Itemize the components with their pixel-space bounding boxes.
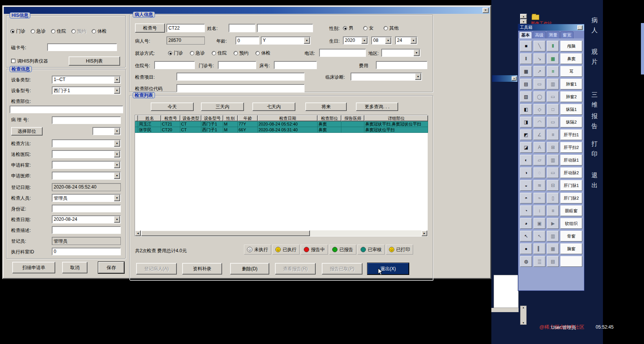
select-part-button[interactable]: 选择部位 (11, 127, 43, 136)
body-part-input[interactable] (10, 106, 123, 113)
column-header[interactable]: 检查日期 (258, 115, 318, 121)
id-card-input[interactable] (52, 205, 121, 212)
tool-icon-button[interactable]: ▥ (547, 79, 559, 89)
tool-icon-button[interactable]: ▭ (547, 117, 559, 127)
column-header[interactable]: 报告医师 (341, 115, 364, 121)
his-visit-type-option[interactable]: 门诊 (10, 28, 25, 35)
tool-icon-button[interactable]: ▥ (547, 155, 559, 165)
inpatient-no-input[interactable] (154, 61, 195, 69)
tool-icon-button[interactable]: ╲ (534, 41, 545, 51)
tool-icon-button[interactable]: ▱ (534, 155, 545, 165)
exec-dept-input[interactable] (52, 248, 121, 255)
chevron-down-icon[interactable]: ▼ (413, 50, 420, 56)
quick-filter-button[interactable]: 更多查询. . . (356, 103, 398, 111)
column-header[interactable]: 性别 (223, 115, 238, 121)
bed-no-input[interactable] (274, 61, 317, 69)
req-doctor-combo[interactable]: ▼ (52, 172, 121, 180)
chevron-down-icon[interactable]: ▼ (114, 76, 120, 83)
column-header[interactable]: 设备型号 (201, 115, 223, 121)
gender-option[interactable]: 其他 (384, 25, 399, 31)
tool-icon-button[interactable]: ◩ (520, 129, 532, 140)
right-edge-scroll-strip[interactable] (641, 23, 644, 74)
his-visit-type-option[interactable]: 急诊 (31, 28, 46, 35)
name-input-1[interactable] (229, 24, 255, 32)
scroll-left-button[interactable]: ◄ (135, 230, 141, 236)
toolbox-tab[interactable]: 高级 (533, 31, 546, 38)
save-button[interactable]: 保存 (98, 262, 124, 273)
horizontal-scrollbar[interactable]: ◄ ► (135, 230, 427, 236)
tool-preset-button[interactable]: 脑窗 (560, 243, 582, 254)
tool-icon-button[interactable]: ▥ (547, 231, 559, 241)
method-combo[interactable]: ▼ (52, 139, 121, 147)
column-header[interactable]: 检查号 (161, 115, 180, 121)
tool-icon-button[interactable]: ▦ (547, 53, 559, 64)
side-menu-item[interactable]: 打印 (591, 139, 598, 159)
tool-icon-button[interactable]: ◑ (520, 167, 532, 178)
scroll-right-button[interactable]: ► (422, 230, 427, 236)
radio-icon[interactable] (234, 51, 238, 55)
exam-items-input[interactable] (176, 73, 305, 81)
toolbox-tab[interactable]: 测量 (547, 31, 560, 38)
tool-preset-button[interactable]: 肝平扫1 (560, 129, 582, 140)
part-mini-combo[interactable]: ▼ (92, 127, 121, 135)
folder-icon[interactable] (532, 15, 539, 20)
column-header[interactable]: 年龄 (238, 115, 258, 121)
visit-type-option[interactable]: 急诊 (190, 50, 205, 56)
scan-request-button[interactable]: 扫描申请单 (12, 262, 55, 273)
tool-preset-button[interactable]: 颅脑 (560, 41, 582, 51)
tool-icon-button[interactable]: ◧ (520, 104, 532, 115)
tool-preset-button[interactable]: 纵隔2 (560, 117, 582, 127)
tool-icon-button[interactable]: ↘ (534, 53, 545, 64)
tool-preset-button[interactable]: 肝门脉1 (560, 180, 582, 191)
pathology-input[interactable] (52, 116, 121, 124)
birth-day-combo[interactable]: 24▼ (395, 36, 417, 45)
region-combo[interactable]: ▼ (381, 49, 420, 57)
tool-icon-button[interactable]: ∠ (534, 129, 545, 140)
side-menu-item[interactable]: 三维 (591, 90, 598, 110)
tool-icon-button[interactable]: ● (520, 243, 532, 254)
tool-icon-button[interactable]: ▣ (534, 218, 545, 229)
chevron-down-icon[interactable]: ▼ (410, 37, 417, 44)
tool-preset-button[interactable] (560, 256, 582, 267)
chevron-down-icon[interactable]: ▼ (114, 87, 120, 94)
send-hospital-combo[interactable]: ▼ (52, 150, 121, 158)
exam-no-button[interactable]: 检查号 (135, 23, 165, 33)
radio-icon[interactable] (343, 26, 347, 30)
radio-icon[interactable] (384, 26, 388, 30)
cancel-button[interactable]: 取消 (62, 262, 87, 273)
gender-option[interactable]: 女 (363, 25, 374, 31)
his-list-checkbox[interactable] (11, 59, 15, 63)
chevron-down-icon[interactable]: ▼ (114, 172, 120, 179)
exam-date-combo[interactable]: 2020-08-24▼ (52, 215, 121, 223)
chevron-down-icon[interactable]: ▼ (114, 140, 120, 147)
tool-icon-button[interactable]: ◠ (534, 117, 545, 127)
action-button[interactable]: 资料补录 (182, 263, 222, 275)
tool-icon-button[interactable]: ⊞ (547, 142, 559, 153)
tool-icon-button[interactable]: ‖ (547, 41, 559, 51)
radio-icon[interactable] (31, 29, 35, 33)
column-header[interactable]: 详细部位 (364, 115, 428, 121)
tool-icon-button[interactable]: ▭ (534, 79, 545, 89)
chevron-down-icon[interactable]: ▼ (385, 37, 391, 44)
name-input-2[interactable] (257, 24, 313, 32)
action-button[interactable]: 退出(X) (367, 263, 409, 275)
tool-icon-button[interactable]: ◇ (534, 104, 545, 115)
tool-icon-button[interactable]: ▤ (520, 79, 532, 89)
table-row[interactable]: 周玉江CT21CT西门子1M77Y2020-08-24 05:52:40鼻窦鼻窦… (135, 121, 427, 127)
tool-icon-button[interactable]: ◪ (520, 142, 532, 153)
chevron-down-icon[interactable]: ▼ (114, 195, 120, 201)
tool-icon-button[interactable]: ≋ (534, 180, 545, 191)
tool-icon-button[interactable]: ◐ (520, 155, 532, 165)
tool-icon-button[interactable]: ↖ (534, 231, 545, 241)
tool-icon-button[interactable]: ▯ (547, 193, 559, 203)
tool-icon-button[interactable]: A (534, 142, 545, 153)
background-window-titlebar[interactable]: × (492, 75, 517, 82)
quick-filter-button[interactable]: 七天内 (252, 103, 295, 111)
column-header[interactable]: 设备类型 (180, 115, 201, 121)
tool-icon-button[interactable]: ▭ (547, 91, 559, 102)
radio-icon[interactable] (51, 29, 55, 33)
toolbox-titlebar[interactable]: 工具箱 × (518, 24, 584, 31)
tool-icon-button[interactable]: ◒ (520, 180, 532, 191)
quick-filter-button[interactable]: 将来 (305, 103, 347, 111)
tool-icon-button[interactable]: ≡ (547, 66, 559, 77)
